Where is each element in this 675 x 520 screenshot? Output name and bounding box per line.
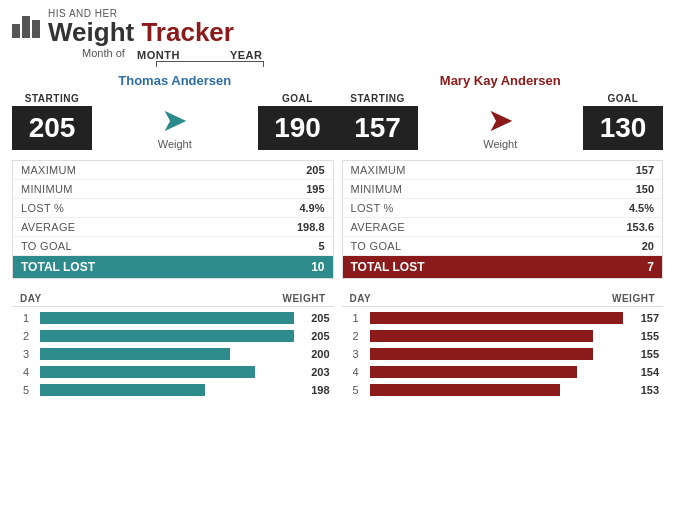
- list-item: 2 155: [342, 327, 664, 345]
- his-lost-pct-label: LOST %: [21, 202, 64, 214]
- his-total-lost-row: TOTAL LOST 10: [13, 256, 333, 278]
- chart-day: 4: [346, 366, 366, 378]
- his-lost-pct-row: LOST % 4.9%: [13, 199, 333, 218]
- his-starting-block: STARTING 205: [12, 93, 92, 150]
- his-lost-pct-value: 4.9%: [299, 202, 324, 214]
- chart-weight: 154: [627, 366, 659, 378]
- title-tracker: Tracker: [141, 17, 234, 47]
- his-average-label: AVERAGE: [21, 221, 75, 233]
- list-item: 5 198: [12, 381, 334, 399]
- her-goal-value: 130: [583, 106, 663, 150]
- chart-bar: [370, 312, 624, 324]
- his-minimum-value: 195: [306, 183, 324, 195]
- chart-day: 4: [16, 366, 36, 378]
- his-chart-day-label: DAY: [20, 293, 42, 304]
- her-goal-label: GOAL: [608, 93, 639, 104]
- chart-bar-container: [370, 329, 624, 343]
- chart-weight: 155: [627, 348, 659, 360]
- list-item: 3 200: [12, 345, 334, 363]
- her-to-goal-value: 20: [642, 240, 654, 252]
- list-item: 2 205: [12, 327, 334, 345]
- his-goal-value: 190: [258, 106, 338, 150]
- his-starting-label: STARTING: [25, 93, 79, 104]
- chart-bar-container: [40, 365, 294, 379]
- her-total-lost-row: TOTAL LOST 7: [343, 256, 663, 278]
- header: HIS AND HER Weight Tracker: [12, 8, 663, 45]
- her-average-row: AVERAGE 153.6: [343, 218, 663, 237]
- chart-day: 1: [346, 312, 366, 324]
- his-name: Thomas Andersen: [118, 73, 231, 88]
- chart-bar-container: [40, 329, 294, 343]
- her-minimum-label: MINIMUM: [351, 183, 403, 195]
- title-weight: Weight: [48, 17, 134, 47]
- chart-bar: [370, 384, 560, 396]
- chart-bar-container: [370, 365, 624, 379]
- chart-weight: 153: [627, 384, 659, 396]
- chart-weight: 155: [627, 330, 659, 342]
- chart-bar: [370, 348, 593, 360]
- month-label: MONTH: [137, 49, 180, 61]
- her-lost-pct-label: LOST %: [351, 202, 394, 214]
- her-average-label: AVERAGE: [351, 221, 405, 233]
- tracker-row: STARTING 205 ➤ Weight GOAL 190 STARTING …: [12, 93, 663, 150]
- chart-day: 2: [346, 330, 366, 342]
- header-title: Weight Tracker: [48, 19, 234, 45]
- his-arrow: ➤ Weight: [92, 104, 258, 150]
- app-container: HIS AND HER Weight Tracker Month of MONT…: [0, 0, 675, 407]
- his-goal-label: GOAL: [282, 93, 313, 104]
- chart-weight: 200: [298, 348, 330, 360]
- list-item: 3 155: [342, 345, 664, 363]
- chart-bar: [40, 384, 205, 396]
- his-stats: MAXIMUM 205 MINIMUM 195 LOST % 4.9% AVER…: [12, 160, 334, 279]
- his-weight-label: Weight: [158, 138, 192, 150]
- her-to-goal-row: TO GOAL 20: [343, 237, 663, 256]
- chart-day: 1: [16, 312, 36, 324]
- her-minimum-value: 150: [636, 183, 654, 195]
- chart-section: DAY WEIGHT 1 205 2 205 3 200 4: [12, 291, 663, 399]
- chart-bar-container: [40, 383, 294, 397]
- chart-bar-container: [40, 311, 294, 325]
- chart-day: 5: [346, 384, 366, 396]
- chart-weight: 198: [298, 384, 330, 396]
- her-arrow: ➤ Weight: [418, 104, 584, 150]
- chart-bar: [370, 366, 578, 378]
- chart-bar-container: [370, 383, 624, 397]
- his-goal-block: GOAL 190: [258, 93, 338, 150]
- her-chart-rows: 1 157 2 155 3 155 4 154 5: [342, 309, 664, 399]
- her-maximum-value: 157: [636, 164, 654, 176]
- his-to-goal-row: TO GOAL 5: [13, 237, 333, 256]
- her-to-goal-label: TO GOAL: [351, 240, 402, 252]
- her-lost-pct-row: LOST % 4.5%: [343, 199, 663, 218]
- his-average-value: 198.8: [297, 221, 325, 233]
- year-bracket: YEAR: [230, 49, 263, 61]
- his-total-lost-value: 10: [311, 260, 324, 274]
- her-starting-label: STARTING: [350, 93, 404, 104]
- chart-weight: 205: [298, 330, 330, 342]
- her-total-lost-value: 7: [647, 260, 654, 274]
- his-maximum-label: MAXIMUM: [21, 164, 76, 176]
- list-item: 1 157: [342, 309, 664, 327]
- her-chart-weight-label: WEIGHT: [612, 293, 655, 304]
- his-chart-rows: 1 205 2 205 3 200 4 203 5: [12, 309, 334, 399]
- his-starting-value: 205: [12, 106, 92, 150]
- her-average-value: 153.6: [626, 221, 654, 233]
- list-item: 1 205: [12, 309, 334, 327]
- year-label: YEAR: [230, 49, 263, 61]
- her-arrow-icon: ➤: [487, 104, 514, 136]
- chart-bar-container: [370, 311, 624, 325]
- stats-section: MAXIMUM 205 MINIMUM 195 LOST % 4.9% AVER…: [12, 160, 663, 279]
- chart-day: 3: [346, 348, 366, 360]
- month-of-label: Month of: [82, 47, 125, 59]
- his-total-lost-label: TOTAL LOST: [21, 260, 95, 274]
- chart-bar: [370, 330, 593, 342]
- chart-day: 5: [16, 384, 36, 396]
- his-minimum-label: MINIMUM: [21, 183, 73, 195]
- his-maximum-row: MAXIMUM 205: [13, 161, 333, 180]
- her-total-lost-label: TOTAL LOST: [351, 260, 425, 274]
- month-bracket: MONTH: [137, 49, 180, 61]
- list-item: 4 154: [342, 363, 664, 381]
- his-minimum-row: MINIMUM 195: [13, 180, 333, 199]
- chart-bar: [40, 348, 230, 360]
- her-weight-label: Weight: [483, 138, 517, 150]
- logo-bar-1: [12, 24, 20, 38]
